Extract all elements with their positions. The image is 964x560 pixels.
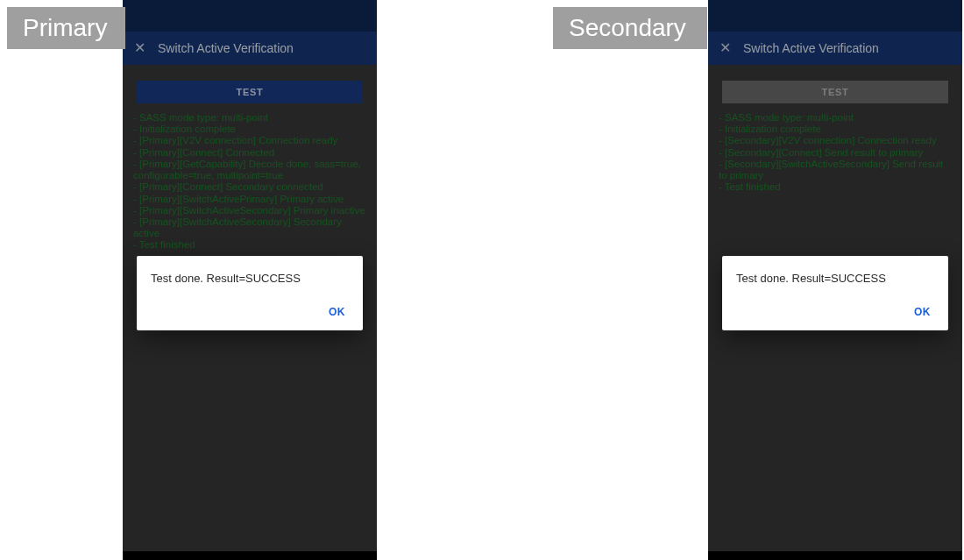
dialog-message: Test done. Result=SUCCESS — [151, 272, 349, 285]
log-output-primary: - SASS mode type: multi-point - Initiali… — [131, 112, 368, 252]
dialog-ok-button[interactable]: OK — [911, 301, 934, 323]
close-icon[interactable]: ✕ — [708, 32, 741, 65]
app-bar: ✕ Switch Active Verification — [123, 32, 377, 65]
status-bar — [123, 0, 377, 32]
panel-label-primary: Primary — [7, 7, 125, 49]
phone-primary: ✕ Switch Active Verification TEST - SASS… — [123, 0, 377, 560]
status-bar — [708, 0, 962, 32]
dialog-ok-button[interactable]: OK — [325, 301, 349, 323]
result-dialog: Test done. Result=SUCCESS OK — [137, 256, 363, 330]
app-bar-title: Switch Active Verification — [156, 41, 294, 55]
panel-label-secondary: Secondary — [553, 7, 707, 49]
close-icon[interactable]: ✕ — [123, 32, 156, 65]
phone-secondary: ✕ Switch Active Verification TEST - SASS… — [708, 0, 962, 560]
dialog-message: Test done. Result=SUCCESS — [736, 272, 934, 285]
test-button[interactable]: TEST — [137, 81, 363, 103]
test-button[interactable]: TEST — [722, 81, 948, 103]
log-output-secondary: - SASS mode type: multi-point - Initiali… — [717, 112, 953, 194]
app-bar-title: Switch Active Verification — [741, 41, 879, 55]
result-dialog: Test done. Result=SUCCESS OK — [722, 256, 948, 330]
app-bar: ✕ Switch Active Verification — [708, 32, 962, 65]
